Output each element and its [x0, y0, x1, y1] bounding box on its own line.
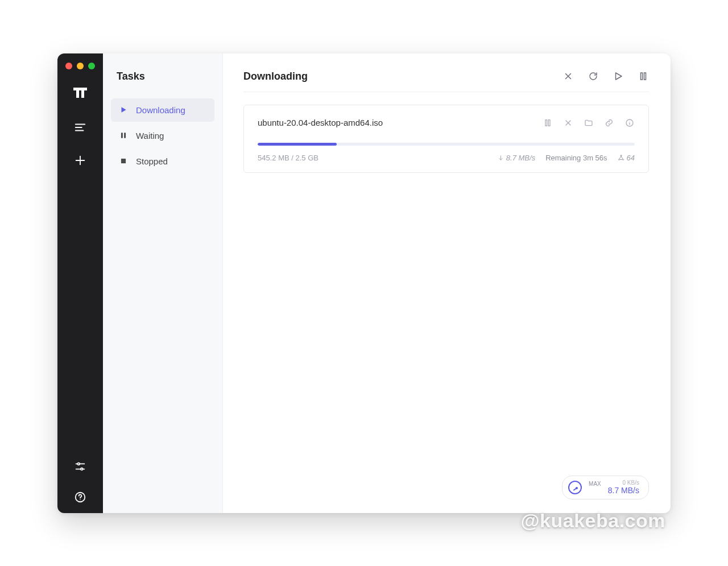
help-icon[interactable]	[73, 490, 87, 504]
svg-marker-16	[616, 73, 622, 80]
window-maximize-button[interactable]	[88, 63, 95, 69]
sidebar-item-downloading[interactable]: Downloading	[111, 98, 214, 122]
watermark: @kuakeba.com	[520, 510, 665, 532]
svg-line-30	[619, 156, 621, 159]
page-title: Downloading	[243, 71, 308, 82]
svg-rect-19	[545, 119, 547, 126]
task-filename: ubuntu-20.04-desktop-amd64.iso	[258, 118, 383, 127]
nav-rail	[57, 53, 103, 513]
svg-rect-12	[124, 133, 126, 138]
upload-speed: 0 KB/s	[623, 480, 639, 486]
task-actions	[543, 118, 635, 128]
task-pause-icon[interactable]	[543, 118, 553, 128]
sidebar-item-label: Waiting	[136, 131, 164, 141]
svg-rect-18	[644, 73, 646, 80]
svg-rect-20	[548, 119, 550, 126]
task-speed: 8.7 MB/s	[498, 154, 535, 162]
settings-icon[interactable]	[73, 460, 87, 473]
clear-all-icon[interactable]	[562, 71, 574, 82]
refresh-icon[interactable]	[588, 71, 599, 82]
task-size: 545.2 MB / 2.5 GB	[258, 154, 318, 162]
gauge-icon	[568, 481, 582, 494]
window-close-button[interactable]	[65, 63, 72, 69]
add-task-icon[interactable]	[73, 154, 87, 167]
task-card[interactable]: ubuntu-20.04-desktop-amd64.iso	[243, 105, 649, 173]
header-actions	[562, 71, 649, 82]
task-peers: 64	[618, 154, 635, 162]
task-meta: 545.2 MB / 2.5 GB 8.7 MB/s Remaining 3m …	[258, 154, 635, 162]
svg-point-10	[80, 499, 80, 499]
stop-icon	[119, 156, 128, 166]
svg-point-6	[77, 462, 80, 465]
speed-max-label: MAX	[589, 481, 601, 487]
svg-line-31	[621, 156, 623, 159]
svg-rect-11	[121, 133, 123, 138]
sidebar-item-stopped[interactable]: Stopped	[111, 150, 214, 173]
play-icon	[119, 105, 128, 114]
download-speed: 8.7 MB/s	[608, 486, 639, 495]
svg-point-8	[81, 468, 83, 470]
app-window: Tasks Downloading Waiting Stopped Downlo…	[57, 53, 671, 513]
task-info-icon[interactable]	[624, 118, 635, 128]
main-header: Downloading	[243, 71, 649, 92]
svg-point-25	[629, 121, 630, 121]
sidebar-item-waiting[interactable]: Waiting	[111, 124, 214, 147]
global-speed-widget[interactable]: MAX 0 KB/s 8.7 MB/s	[562, 476, 649, 499]
resume-all-icon[interactable]	[613, 71, 624, 82]
task-stop-icon[interactable]	[563, 118, 573, 128]
svg-rect-13	[121, 159, 126, 163]
pause-icon	[119, 131, 128, 140]
task-remaining: Remaining 3m 56s	[545, 154, 607, 162]
sidebar-title: Tasks	[117, 71, 214, 82]
sidebar-item-label: Downloading	[136, 105, 185, 115]
task-folder-icon[interactable]	[584, 118, 594, 128]
pause-all-icon[interactable]	[638, 71, 649, 82]
sidebar-item-label: Stopped	[136, 156, 168, 166]
svg-rect-17	[641, 73, 643, 80]
task-progress-track	[258, 143, 635, 146]
window-minimize-button[interactable]	[77, 63, 84, 69]
task-progress-bar	[258, 143, 337, 146]
main-panel: Downloading ubuntu-20.04-desktop-amd64.i…	[223, 53, 671, 513]
tasks-nav-icon[interactable]	[73, 121, 87, 134]
task-link-icon[interactable]	[604, 118, 614, 128]
window-traffic-lights	[65, 63, 95, 69]
sidebar: Tasks Downloading Waiting Stopped	[103, 53, 223, 513]
app-logo	[73, 86, 87, 101]
